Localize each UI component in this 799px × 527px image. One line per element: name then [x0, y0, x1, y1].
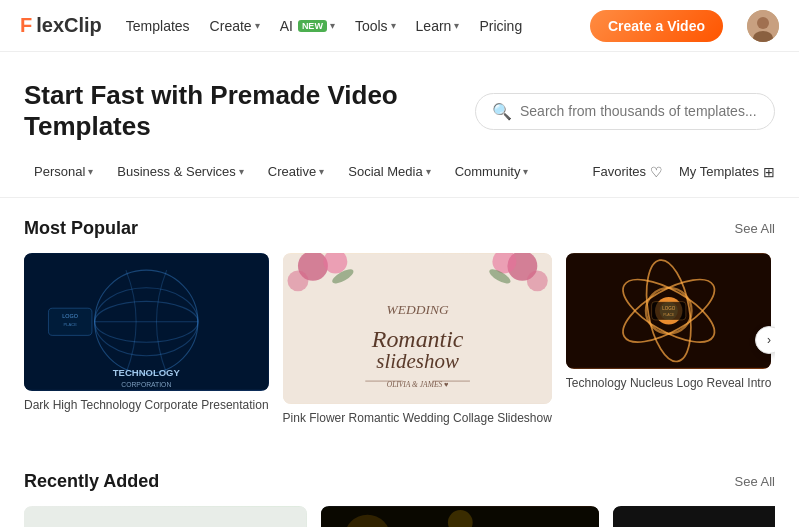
svg-point-16	[287, 270, 308, 291]
nav-tools[interactable]: Tools ▾	[355, 18, 396, 34]
svg-rect-56	[24, 507, 307, 527]
most-popular-section: Most Popular See All	[0, 198, 799, 427]
chevron-down-icon: ▾	[426, 166, 431, 177]
recently-added-title: Recently Added	[24, 471, 159, 492]
template-name: Dark High Technology Corporate Presentat…	[24, 397, 269, 414]
chevron-down-icon: ▾	[330, 20, 335, 31]
chevron-down-icon: ▾	[391, 20, 396, 31]
recently-added-section: Recently Added See All THANK YOU for y	[0, 451, 799, 527]
template-thumbnail: WEDDING Romantic slideshow OLIVIA & JAME…	[283, 253, 552, 404]
filter-right: Favorites ♡ My Templates ⊞	[593, 164, 775, 180]
svg-point-1	[757, 17, 769, 29]
filter-community[interactable]: Community ▾	[445, 158, 539, 185]
svg-text:CORPORATION: CORPORATION	[121, 381, 171, 388]
template-card[interactable]: The 2022 MUSIC AWARDS NOMINATIONS ★ ★ Go…	[321, 506, 600, 527]
chevron-down-icon: ▾	[319, 166, 324, 177]
recently-added-row: THANK YOU for your support & kindness We…	[24, 506, 775, 527]
search-box[interactable]: 🔍	[475, 93, 775, 130]
template-card[interactable]: LOGO PLACE Technology Nucleus Logo Revea…	[566, 253, 771, 427]
most-popular-row: LOGO PLACE TECHNOLOGY CORPORATION Dark H…	[24, 253, 775, 427]
template-card[interactable]: WEDDING Romantic slideshow OLIVIA & JAME…	[283, 253, 552, 427]
logo[interactable]: FlexClip	[20, 14, 102, 37]
template-thumbnail: THANK YOU for your support & kindness	[24, 506, 307, 527]
filter-personal[interactable]: Personal ▾	[24, 158, 103, 185]
search-input[interactable]	[520, 103, 758, 119]
svg-text:LOGO: LOGO	[62, 313, 78, 319]
svg-point-19	[526, 270, 547, 291]
logo-text: lexClip	[36, 14, 102, 37]
main-nav: Templates Create ▾ AI NEW ▾ Tools ▾ Lear…	[126, 18, 522, 34]
section-header: Most Popular See All	[24, 218, 775, 239]
nav-learn[interactable]: Learn ▾	[416, 18, 460, 34]
chevron-down-icon: ▾	[454, 20, 459, 31]
svg-text:PLACE: PLACE	[663, 313, 675, 317]
filter-business[interactable]: Business & Services ▾	[107, 158, 254, 185]
chevron-down-icon: ▾	[88, 166, 93, 177]
create-video-button[interactable]: Create a Video	[590, 10, 723, 42]
section-header: Recently Added See All	[24, 471, 775, 492]
template-name: Pink Flower Romantic Wedding Collage Sli…	[283, 410, 552, 427]
svg-text:LOGO: LOGO	[662, 306, 676, 311]
most-popular-see-all[interactable]: See All	[735, 221, 775, 236]
carousel-next-button[interactable]: ›	[755, 326, 775, 354]
svg-text:WEDDING: WEDDING	[386, 302, 448, 317]
filter-bar: Personal ▾ Business & Services ▾ Creativ…	[0, 158, 799, 198]
header: FlexClip Templates Create ▾ AI NEW ▾ Too…	[0, 0, 799, 52]
grid-icon: ⊞	[763, 164, 775, 180]
template-thumbnail: LOGO PLACE	[566, 253, 771, 369]
template-card[interactable]: LOGO PLACE TECHNOLOGY CORPORATION Dark H…	[24, 253, 269, 427]
search-icon: 🔍	[492, 102, 512, 121]
my-templates-button[interactable]: My Templates ⊞	[679, 164, 775, 180]
svg-text:TECHNOLOGY: TECHNOLOGY	[113, 367, 181, 378]
most-popular-title: Most Popular	[24, 218, 138, 239]
chevron-down-icon: ▾	[255, 20, 260, 31]
chevron-down-icon: ▾	[523, 166, 528, 177]
nav-templates[interactable]: Templates	[126, 18, 190, 34]
avatar[interactable]	[747, 10, 779, 42]
svg-rect-74	[613, 507, 775, 527]
template-name: Technology Nucleus Logo Reveal Intro	[566, 375, 771, 392]
ai-badge: NEW	[298, 20, 327, 32]
nav-pricing[interactable]: Pricing	[479, 18, 522, 34]
chevron-down-icon: ▾	[239, 166, 244, 177]
favorites-button[interactable]: Favorites ♡	[593, 164, 663, 180]
logo-icon: F	[20, 14, 32, 37]
template-card[interactable]: LOGO PLACE Business Technology Dynamic D…	[613, 506, 775, 527]
recently-added-see-all[interactable]: See All	[735, 474, 775, 489]
nav-ai[interactable]: AI NEW ▾	[280, 18, 335, 34]
nav-create[interactable]: Create ▾	[210, 18, 260, 34]
svg-text:PLACE: PLACE	[64, 322, 78, 327]
filter-creative[interactable]: Creative ▾	[258, 158, 334, 185]
svg-text:slideshow: slideshow	[376, 349, 459, 373]
heart-icon: ♡	[650, 164, 663, 180]
page-header: Start Fast with Premade Video Templates …	[0, 52, 799, 158]
page-title: Start Fast with Premade Video Templates	[24, 80, 459, 142]
template-card[interactable]: THANK YOU for your support & kindness We…	[24, 506, 307, 527]
template-thumbnail: LOGO PLACE TECHNOLOGY CORPORATION	[24, 253, 269, 391]
template-thumbnail: LOGO PLACE	[613, 506, 775, 527]
filter-social-media[interactable]: Social Media ▾	[338, 158, 440, 185]
template-thumbnail: The 2022 MUSIC AWARDS NOMINATIONS ★ ★	[321, 506, 600, 527]
